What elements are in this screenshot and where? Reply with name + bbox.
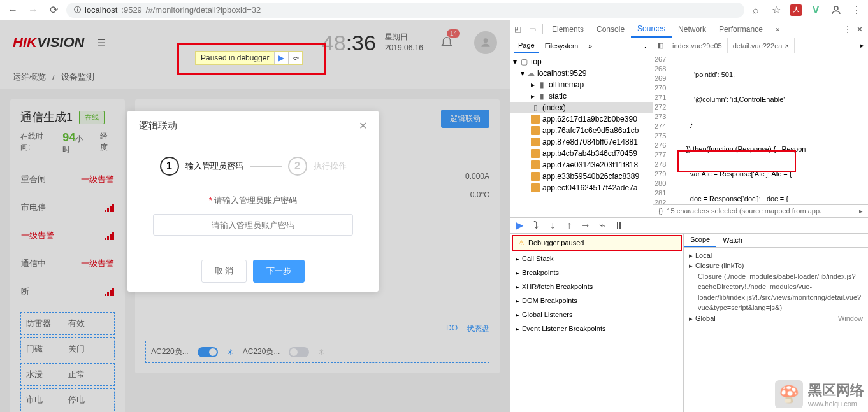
tab-elements[interactable]: Elements bbox=[546, 20, 590, 38]
step-out-button[interactable]: ↑ bbox=[564, 220, 574, 231]
step-over-button[interactable]: ⤵ bbox=[531, 220, 541, 231]
tab-sources[interactable]: Sources bbox=[631, 20, 672, 38]
watermark-icon: 🍄 bbox=[775, 380, 803, 408]
collapse-menu-icon[interactable]: ☰ bbox=[97, 37, 106, 49]
section-event[interactable]: ▸Event Listener Breakpoints bbox=[510, 322, 683, 336]
url-port: :9529 bbox=[121, 5, 142, 15]
star-icon[interactable]: ☆ bbox=[770, 4, 783, 17]
device-row: 门磁关门 bbox=[20, 337, 115, 360]
app-viewport: Paused in debugger ▶ ⤼ HIKVISION ☰ 48:36… bbox=[0, 20, 510, 412]
notifications-icon[interactable]: 14 bbox=[440, 34, 454, 51]
vue-icon[interactable]: V bbox=[809, 4, 822, 17]
svg-point-1 bbox=[484, 38, 488, 43]
browser-toolbar: ← → ⟳ ⓘ localhost:9529/#/monitoring/deta… bbox=[0, 0, 868, 20]
nav-icon[interactable]: ◧ bbox=[653, 41, 667, 50]
editor-status-bar: {}15 characters selected (source mapped … bbox=[653, 204, 868, 217]
paused-overlay: Paused in debugger ▶ ⤼ bbox=[195, 51, 303, 65]
subtab-filesystem[interactable]: Filesystem bbox=[541, 38, 582, 53]
ac220-row: AC220负... ☀ AC220负... ☀ bbox=[145, 341, 489, 363]
resume-icon[interactable]: ▶ bbox=[274, 52, 288, 64]
device-row: 水浸正常 bbox=[20, 363, 115, 386]
step-2: 2 bbox=[288, 157, 307, 176]
profile-icon[interactable] bbox=[830, 4, 843, 17]
tab-network[interactable]: Network bbox=[672, 20, 712, 38]
pdf-icon[interactable]: 人 bbox=[790, 4, 802, 16]
logic-link-button[interactable]: 逻辑联动 bbox=[441, 110, 489, 128]
tab-watch[interactable]: Watch bbox=[716, 234, 749, 247]
editor-more-icon[interactable]: ▸ bbox=[857, 41, 868, 50]
url-host: localhost bbox=[85, 5, 117, 15]
editor-tab-index[interactable]: index.vue?9e05 bbox=[667, 38, 728, 53]
url-path: /#/monitoring/detail?ipboxid=32 bbox=[146, 5, 261, 15]
subtab-more[interactable]: » bbox=[584, 38, 596, 53]
bulb-icon: ☀ bbox=[318, 348, 325, 357]
debug-sidebar: ⚠ Debugger paused ▸Call Stack ▸Breakpoin… bbox=[510, 234, 684, 413]
section-dom[interactable]: ▸DOM Breakpoints bbox=[510, 294, 683, 308]
tab-scope[interactable]: Scope bbox=[684, 234, 716, 247]
device-row: 市电停电 bbox=[20, 388, 115, 411]
sources-navigator: Page Filesystem » ⋮ ▾▢top ▾☁localhost:95… bbox=[510, 38, 653, 217]
section-global-listeners[interactable]: ▸Global Listeners bbox=[510, 308, 683, 322]
debugger-paused-banner: ⚠ Debugger paused bbox=[512, 235, 682, 251]
tab-console[interactable]: Console bbox=[590, 20, 631, 38]
online-badge: 在线 bbox=[79, 111, 105, 124]
debug-toolbar: ▶ ⤵ ↓ ↑ → ⌁ ⏸ bbox=[510, 217, 868, 234]
modal-title: 逻辑联动 bbox=[139, 120, 177, 132]
file-tree[interactable]: ▾▢top ▾☁localhost:9529 ▸▮offlinemap ▸▮st… bbox=[510, 53, 653, 217]
section-breakpoints[interactable]: ▸Breakpoints bbox=[510, 266, 683, 280]
tab-performance[interactable]: Performance bbox=[712, 20, 769, 38]
steps: 1 输入管理员密码 2 执行操作 bbox=[127, 141, 379, 186]
resume-button[interactable]: ▶ bbox=[514, 220, 524, 231]
toggle-switch[interactable] bbox=[289, 347, 309, 357]
section-xhr[interactable]: ▸XHR/fetch Breakpoints bbox=[510, 280, 683, 294]
watermark: 🍄 黑区网络 www.heiqu.com bbox=[775, 380, 864, 408]
clock: 48:36 bbox=[322, 31, 376, 55]
breadcrumb-root[interactable]: 运维概览 bbox=[13, 71, 46, 83]
key-icon[interactable]: ⌕ bbox=[749, 4, 762, 17]
admin-password-modal: 逻辑联动 ✕ 1 输入管理员密码 2 执行操作 * 请输入管理员账户密码 取 消… bbox=[127, 111, 379, 292]
bulb-icon: ☀ bbox=[227, 348, 234, 357]
close-icon[interactable]: ✕ bbox=[359, 120, 367, 132]
forward-button[interactable]: → bbox=[25, 3, 41, 18]
menu-icon[interactable]: ⋮ bbox=[850, 4, 863, 17]
svg-point-0 bbox=[834, 6, 838, 10]
editor-tabs: ◧ index.vue?9e05 detail.vue?22ea× ▸ bbox=[653, 38, 868, 53]
line-gutter: 2672682692702712722732742752762772782792… bbox=[653, 53, 670, 204]
device-row: 防雷器有效 bbox=[20, 312, 115, 335]
deactivate-breakpoints-button[interactable]: ⌁ bbox=[597, 220, 607, 231]
paused-label: Paused in debugger bbox=[196, 53, 274, 62]
code-editor[interactable]: 2672682692702712722732742752762772782792… bbox=[653, 53, 868, 204]
logo: HIKVISION bbox=[13, 34, 84, 51]
breadcrumb-current: 设备监测 bbox=[61, 71, 94, 83]
card-title: 通信生成1 bbox=[20, 110, 73, 125]
date-block: 星期日 2019.06.16 bbox=[385, 32, 423, 53]
inspect-icon[interactable]: ◰ bbox=[510, 25, 525, 34]
toggle-switch[interactable] bbox=[198, 347, 218, 357]
devtools-close-icon[interactable]: ✕ bbox=[857, 25, 863, 34]
editor-tab-detail[interactable]: detail.vue?22ea× bbox=[728, 38, 795, 53]
devtools-menu-icon[interactable]: ⋮ bbox=[844, 25, 851, 34]
subtab-menu-icon[interactable]: ⋮ bbox=[642, 41, 649, 50]
devtools: ◰ ▭ Elements Console Sources Network Per… bbox=[510, 20, 868, 412]
address-bar[interactable]: ⓘ localhost:9529/#/monitoring/detail?ipb… bbox=[66, 3, 744, 18]
tab-more[interactable]: » bbox=[769, 20, 786, 38]
admin-password-input[interactable] bbox=[153, 214, 353, 236]
next-button[interactable]: 下一步 bbox=[253, 260, 305, 283]
step-into-button[interactable]: ↓ bbox=[547, 220, 558, 231]
cancel-button[interactable]: 取 消 bbox=[201, 260, 247, 283]
pause-exceptions-button[interactable]: ⏸ bbox=[614, 220, 624, 231]
reload-button[interactable]: ⟳ bbox=[46, 3, 61, 18]
info-icon[interactable]: ⓘ bbox=[74, 5, 81, 15]
subtab-page[interactable]: Page bbox=[514, 38, 539, 53]
step-over-icon[interactable]: ⤼ bbox=[288, 52, 302, 64]
devtools-tabs: ◰ ▭ Elements Console Sources Network Per… bbox=[510, 20, 868, 38]
chrome-actions: ⌕ ☆ 人 V ⋮ bbox=[749, 4, 863, 17]
avatar[interactable] bbox=[474, 31, 497, 54]
section-callstack[interactable]: ▸Call Stack bbox=[510, 252, 683, 266]
breadcrumb: 运维概览 / 设备监测 bbox=[0, 65, 510, 89]
back-button[interactable]: ← bbox=[5, 3, 20, 18]
step-1: 1 bbox=[160, 157, 179, 176]
device-icon[interactable]: ▭ bbox=[525, 25, 540, 34]
step-button[interactable]: → bbox=[581, 220, 591, 231]
notification-badge: 14 bbox=[447, 29, 460, 38]
